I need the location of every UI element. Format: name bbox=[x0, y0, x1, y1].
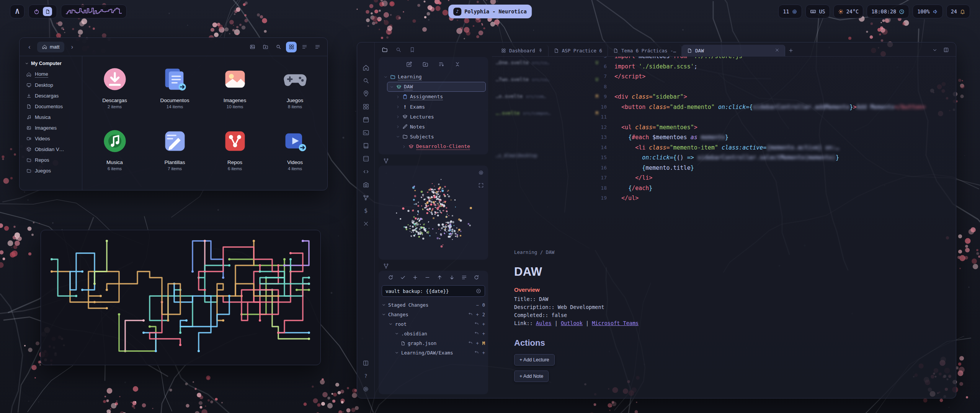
close-tab-icon[interactable] bbox=[775, 48, 779, 54]
git-row-graph-json[interactable]: graph.json +M bbox=[382, 338, 485, 348]
folder-item-videos[interactable]: Videos 4 items bbox=[265, 122, 325, 184]
list-view-button[interactable] bbox=[299, 42, 310, 52]
tree-item-learning[interactable]: Learning bbox=[381, 72, 486, 82]
collapse-all-icon[interactable] bbox=[454, 61, 461, 68]
sidebar-item-obsidian-vault[interactable]: Obsidian V… bbox=[24, 144, 80, 154]
menu-button[interactable] bbox=[312, 42, 323, 52]
backup-icon[interactable] bbox=[388, 275, 394, 281]
tab-asp-practice-6[interactable]: ASP Practice 6 bbox=[549, 45, 608, 56]
graph-expand-icon[interactable] bbox=[478, 182, 484, 189]
add-lecture-button[interactable]: + Add Lecture bbox=[514, 354, 555, 366]
back-button[interactable]: ‹ bbox=[24, 42, 35, 52]
sidebar-item-descargas[interactable]: Descargas bbox=[24, 90, 80, 101]
thumbnails-button[interactable] bbox=[247, 42, 258, 52]
tab-dashboard[interactable]: Dashboard bbox=[496, 45, 549, 56]
search-tab-icon[interactable] bbox=[395, 47, 402, 54]
sidebar-item-imagenes[interactable]: Imagenes bbox=[24, 122, 80, 133]
folder-item-documentos[interactable]: Documentos 14 items bbox=[145, 60, 205, 122]
git-panel-tab[interactable] bbox=[379, 260, 488, 271]
stage-icon[interactable]: + bbox=[476, 312, 479, 317]
push-icon[interactable] bbox=[437, 275, 443, 281]
folder-item-repos[interactable]: Repos 6 items bbox=[205, 122, 265, 184]
stage-icon[interactable]: + bbox=[482, 350, 485, 356]
random-note-icon[interactable] bbox=[362, 155, 370, 163]
weather-widget[interactable]: 24°C bbox=[833, 5, 864, 18]
tree-item-subjects[interactable]: Subjects bbox=[381, 132, 486, 141]
settings-icon[interactable] bbox=[362, 385, 370, 393]
refresh-icon[interactable] bbox=[474, 275, 479, 281]
link-microsoft-teams[interactable]: Microsoft Teams bbox=[592, 320, 639, 326]
graph-settings-icon[interactable] bbox=[478, 170, 484, 177]
link-aules[interactable]: Aules bbox=[536, 320, 552, 326]
sidebar-item-juegos[interactable]: Juegos bbox=[24, 165, 80, 176]
sidebar-item-musica[interactable]: Musica bbox=[24, 112, 80, 122]
discard-icon[interactable] bbox=[474, 321, 479, 327]
sidebar-item-desktop[interactable]: Desktop bbox=[24, 80, 80, 90]
updates-widget[interactable]: 11 bbox=[778, 5, 802, 18]
pull-icon[interactable] bbox=[449, 275, 455, 281]
graph-panel-tab[interactable] bbox=[379, 154, 488, 166]
stage-icon[interactable]: + bbox=[482, 331, 485, 337]
bookmarks-tab-icon[interactable] bbox=[409, 47, 415, 54]
commit-message-input[interactable] bbox=[385, 288, 474, 294]
search-icon[interactable] bbox=[362, 77, 370, 85]
tree-item-lectures[interactable]: Lectures bbox=[381, 112, 486, 122]
folder-item-musica[interactable]: Musica 6 items bbox=[85, 122, 145, 184]
daily-note-icon[interactable] bbox=[362, 116, 370, 124]
tree-item-desarrollo-cliente[interactable]: Desarrollo-Cliente bbox=[381, 141, 486, 151]
new-folder-icon[interactable] bbox=[422, 61, 428, 68]
blocks-icon[interactable] bbox=[362, 103, 370, 111]
tree-item-notes[interactable]: Notes bbox=[381, 122, 486, 132]
home-icon[interactable] bbox=[362, 64, 370, 72]
split-pane-icon[interactable] bbox=[943, 47, 949, 54]
git-row-root[interactable]: root + bbox=[382, 319, 485, 329]
tab-daw[interactable]: DAW bbox=[682, 45, 785, 56]
stage-all-icon[interactable] bbox=[412, 275, 418, 281]
folder-item-descargas[interactable]: Descargas 2 items bbox=[85, 60, 145, 122]
grid-view-button[interactable] bbox=[286, 42, 297, 52]
sidebar-section-header[interactable]: My Computer bbox=[25, 61, 80, 66]
unstage-all-icon[interactable] bbox=[425, 275, 430, 281]
terminal-icon[interactable] bbox=[362, 129, 370, 137]
new-folder-button[interactable] bbox=[260, 42, 271, 52]
layout-icon[interactable] bbox=[362, 359, 370, 367]
sidebar-item-documentos[interactable]: Documentos bbox=[24, 101, 80, 112]
tab-tema-6-practicas[interactable]: Tema 6 Prácticas -… bbox=[608, 45, 682, 56]
volume-widget[interactable]: 100% bbox=[913, 5, 943, 18]
search-button[interactable] bbox=[273, 42, 284, 52]
new-tab-button[interactable] bbox=[785, 45, 797, 56]
git-row-changes[interactable]: Changes +2 bbox=[382, 310, 485, 319]
unstage-icon[interactable]: − bbox=[476, 302, 479, 308]
tree-item-exams[interactable]: ! Exams bbox=[381, 102, 486, 112]
launcher-button[interactable]: Λ bbox=[10, 5, 24, 18]
new-note-icon[interactable] bbox=[406, 61, 412, 68]
code-icon[interactable] bbox=[362, 168, 370, 176]
breadcrumb[interactable]: matt bbox=[37, 42, 64, 52]
discard-icon[interactable] bbox=[468, 312, 473, 317]
donate-icon[interactable]: $ bbox=[362, 207, 370, 215]
notes-shortcut-icon[interactable] bbox=[43, 7, 52, 16]
clear-message-icon[interactable] bbox=[476, 288, 481, 294]
discard-icon[interactable] bbox=[474, 331, 479, 337]
tree-item-assignments[interactable]: Assignments bbox=[381, 92, 486, 102]
sidebar-item-repos[interactable]: Repos bbox=[24, 154, 80, 165]
sort-icon[interactable] bbox=[438, 61, 444, 68]
git-row-obsidian-dir[interactable]: .obsidian + bbox=[382, 329, 485, 338]
git-row-learning-daw-exams[interactable]: Learning/DAW/Exams + bbox=[382, 348, 485, 358]
discard-icon[interactable] bbox=[468, 340, 473, 346]
link-outlook[interactable]: Outlook bbox=[561, 320, 583, 326]
change-list-icon[interactable] bbox=[461, 275, 467, 281]
stage-icon[interactable]: + bbox=[476, 341, 479, 346]
media-player-widget[interactable]: ♪ Polyphia - Neurotica bbox=[448, 5, 532, 18]
folder-item-plantillas[interactable]: Plantillas 7 items bbox=[145, 122, 205, 184]
commit-icon[interactable] bbox=[400, 275, 406, 281]
sidebar-item-home[interactable]: Home bbox=[24, 69, 80, 80]
graph-view[interactable] bbox=[379, 166, 488, 260]
camera-icon[interactable] bbox=[362, 181, 370, 189]
tab-list-icon[interactable] bbox=[932, 47, 938, 54]
stage-icon[interactable]: + bbox=[482, 322, 485, 327]
power-icon[interactable] bbox=[33, 8, 40, 15]
folder-item-juegos[interactable]: Juegos 8 items bbox=[265, 60, 325, 122]
forward-button[interactable]: › bbox=[67, 42, 77, 52]
tree-item-daw[interactable]: DAW bbox=[387, 82, 486, 92]
